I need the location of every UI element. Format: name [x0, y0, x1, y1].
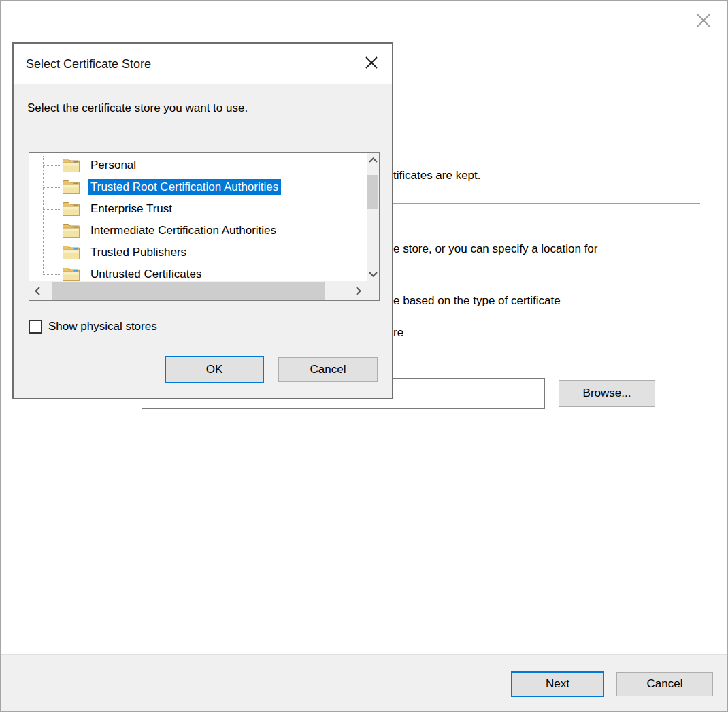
vertical-scroll-thumb[interactable] [367, 175, 378, 209]
show-physical-stores-row[interactable]: Show physical stores [29, 320, 157, 334]
folder-icon [62, 180, 80, 195]
folder-icon [62, 201, 80, 216]
next-button[interactable]: Next [511, 671, 604, 697]
certificate-store-tree: Personal Trusted Root Certification Auth… [29, 152, 380, 301]
show-physical-stores-checkbox[interactable] [29, 320, 42, 334]
tree-item-label: Intermediate Certification Authorities [88, 223, 279, 239]
folder-icon [62, 245, 80, 260]
close-icon [693, 10, 714, 33]
tree-item[interactable]: Enterprise Trust [29, 198, 367, 220]
scroll-down-icon[interactable] [367, 269, 379, 280]
dialog-close-button[interactable] [361, 53, 382, 75]
tree-item-label: Trusted Root Certification Authorities [88, 179, 281, 195]
ok-button[interactable]: OK [165, 356, 264, 383]
section-separator [388, 203, 700, 204]
folder-icon [62, 223, 80, 238]
tree-branch-line [43, 231, 61, 231]
fragment-specify-location: e store, or you can specify a location f… [393, 242, 598, 256]
tree-branch-line [43, 253, 61, 253]
close-icon [363, 54, 380, 74]
browse-button[interactable]: Browse... [559, 380, 655, 407]
select-certificate-store-dialog: Select Certificate Store Select the cert… [12, 42, 393, 399]
tree-branch-line [43, 187, 61, 188]
fragment-certificates-kept: tificates are kept. [393, 169, 481, 182]
folder-icon [62, 158, 80, 173]
scroll-up-icon[interactable] [367, 155, 379, 165]
wizard-cancel-button[interactable]: Cancel [616, 672, 713, 696]
tree-branch-line [43, 165, 61, 166]
tree-branch-line [43, 274, 61, 275]
fragment-store: re [393, 326, 403, 340]
dialog-titlebar: Select Certificate Store [14, 44, 392, 84]
folder-icon [62, 267, 80, 282]
horizontal-scroll-thumb[interactable] [52, 282, 325, 300]
scroll-left-icon[interactable] [32, 281, 43, 300]
tree-item[interactable]: Trusted Publishers [29, 242, 367, 263]
tree-item[interactable]: Intermediate Certification Authorities [29, 220, 367, 242]
show-physical-stores-label: Show physical stores [48, 320, 157, 334]
tree-item[interactable]: Trusted Root Certification Authorities [29, 176, 367, 198]
horizontal-scrollbar[interactable] [29, 281, 367, 300]
dialog-cancel-button[interactable]: Cancel [278, 357, 378, 382]
window-close-button[interactable] [692, 10, 715, 33]
dialog-title: Select Certificate Store [26, 44, 151, 84]
scrollbar-corner [367, 281, 379, 300]
vertical-scrollbar[interactable] [367, 153, 379, 281]
tree-branch-line [43, 209, 61, 210]
tree-item-label: Trusted Publishers [88, 244, 189, 261]
dialog-instruction: Select the certificate store you want to… [27, 101, 248, 115]
scroll-right-icon[interactable] [353, 281, 364, 300]
tree-item-label: Untrusted Certificates [88, 266, 204, 282]
fragment-certificate-type: e based on the type of certificate [393, 294, 561, 308]
tree-item[interactable]: Personal [29, 155, 367, 176]
tree-item-label: Enterprise Trust [88, 201, 175, 217]
tree-item-label: Personal [88, 157, 139, 174]
